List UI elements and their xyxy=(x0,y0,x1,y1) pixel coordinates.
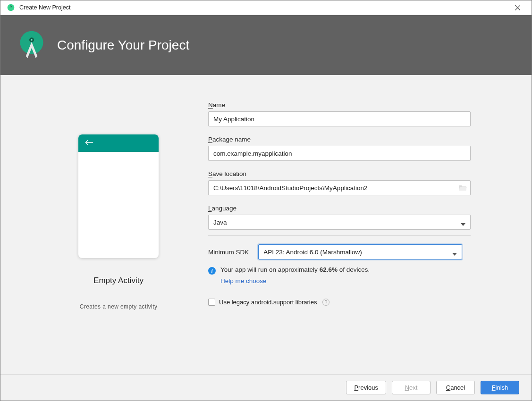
svg-point-1 xyxy=(10,6,11,7)
language-value: Java xyxy=(213,219,227,226)
phone-preview xyxy=(78,134,159,258)
legacy-libraries-row: Use legacy android.support libraries ? xyxy=(208,299,475,306)
name-label: Name xyxy=(208,101,475,109)
save-location-label: Save location xyxy=(208,170,475,177)
language-field-block: Language Java xyxy=(208,205,475,230)
sdk-info-text: Your app will run on approximately 62.6%… xyxy=(220,266,370,273)
page-title: Configure Your Project xyxy=(57,38,189,53)
save-location-input[interactable] xyxy=(208,180,471,195)
name-field-block: Name xyxy=(208,101,475,126)
app-icon xyxy=(7,4,15,11)
info-icon: i xyxy=(208,267,216,275)
chevron-down-icon xyxy=(461,220,465,224)
legacy-libraries-checkbox[interactable] xyxy=(208,299,215,306)
phone-preview-topbar xyxy=(78,134,159,152)
form-column: Name Package name Save location xyxy=(185,97,475,374)
language-dropdown[interactable]: Java xyxy=(208,215,471,230)
folder-open-icon xyxy=(458,184,467,191)
help-icon[interactable]: ? xyxy=(322,299,329,306)
chevron-down-icon xyxy=(452,250,457,254)
previous-button[interactable]: Previous xyxy=(346,381,386,394)
save-location-field-block: Save location xyxy=(208,170,475,195)
template-description: Creates a new empty activity xyxy=(80,303,158,310)
window-title: Create New Project xyxy=(19,4,507,11)
titlebar: Create New Project xyxy=(0,0,532,15)
name-input[interactable] xyxy=(208,111,471,126)
sdk-info-row: i Your app will run on approximately 62.… xyxy=(208,266,475,275)
template-preview-column: Empty Activity Creates a new empty activ… xyxy=(52,97,185,374)
package-label: Package name xyxy=(208,136,475,143)
svg-point-6 xyxy=(31,39,33,41)
minimum-sdk-value: API 23: Android 6.0 (Marshmallow) xyxy=(263,249,362,256)
finish-button[interactable]: Finish xyxy=(481,381,519,394)
cancel-button[interactable]: Cancel xyxy=(436,381,475,394)
back-arrow-icon xyxy=(85,139,93,148)
package-field-block: Package name xyxy=(208,136,475,161)
minimum-sdk-row: Minimum SDK API 23: Android 6.0 (Marshma… xyxy=(208,244,475,259)
android-studio-logo-icon xyxy=(15,28,49,62)
minimum-sdk-label: Minimum SDK xyxy=(208,249,249,256)
browse-folder-button[interactable] xyxy=(458,184,467,192)
template-name: Empty Activity xyxy=(93,276,144,285)
minimum-sdk-dropdown[interactable]: API 23: Android 6.0 (Marshmallow) xyxy=(258,244,462,259)
header: Configure Your Project xyxy=(0,15,532,75)
language-label: Language xyxy=(208,205,475,212)
close-icon xyxy=(515,5,520,10)
divider xyxy=(208,235,471,236)
package-input[interactable] xyxy=(208,146,471,161)
footer: Previous Next Cancel Finish xyxy=(0,375,532,401)
help-me-choose-link[interactable]: Help me choose xyxy=(220,277,475,284)
close-button[interactable] xyxy=(507,1,528,14)
legacy-libraries-label: Use legacy android.support libraries xyxy=(219,299,317,306)
content-area: Empty Activity Creates a new empty activ… xyxy=(0,75,532,375)
next-button: Next xyxy=(392,381,431,394)
